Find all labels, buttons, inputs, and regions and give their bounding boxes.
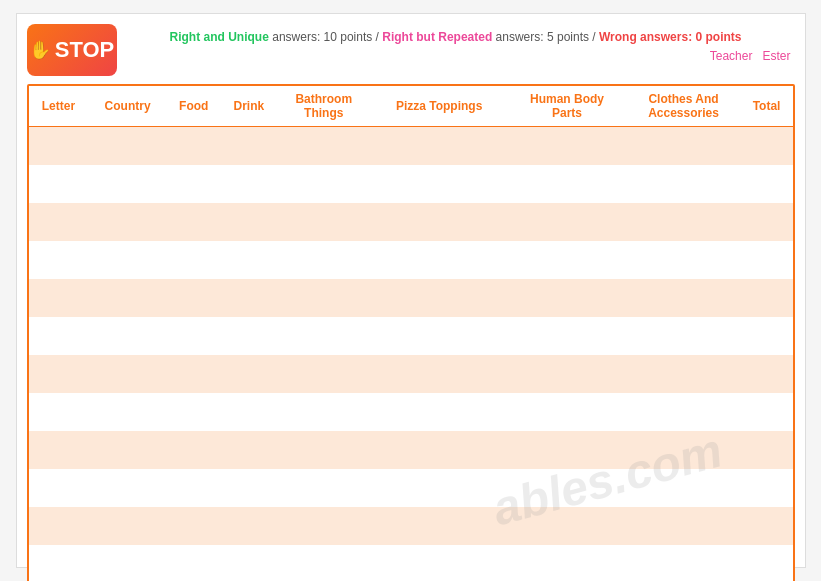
- main-table-wrapper: Letter Country Food Drink BathroomThings…: [27, 84, 795, 581]
- table-body: [29, 127, 793, 582]
- col-drink: Drink: [221, 86, 277, 127]
- table-header: Letter Country Food Drink BathroomThings…: [29, 86, 793, 127]
- page: ✋ STOP Right and Unique answers: 10 poin…: [16, 13, 806, 568]
- logo: ✋ STOP: [27, 24, 117, 76]
- col-bathroom: BathroomThings: [277, 86, 371, 127]
- table-row: [29, 317, 793, 355]
- logo-text: STOP: [55, 37, 115, 63]
- col-food: Food: [167, 86, 221, 127]
- table-row: [29, 431, 793, 469]
- table-row: [29, 127, 793, 165]
- scoring-text-2: answers: 5 points /: [496, 30, 599, 44]
- scoring-line-1: Right and Unique answers: 10 points / Ri…: [117, 28, 795, 47]
- teacher-name: Ester: [762, 49, 790, 63]
- scoring-text-1: answers: 10 points /: [272, 30, 382, 44]
- right-unique-label: Right and Unique: [170, 30, 269, 44]
- col-country: Country: [88, 86, 166, 127]
- wrong-answers-label: Wrong answers: 0 points: [599, 30, 741, 44]
- table-row: [29, 507, 793, 545]
- col-pizza: Pizza Toppings: [371, 86, 508, 127]
- col-total: Total: [741, 86, 793, 127]
- teacher-label: Teacher: [710, 49, 753, 63]
- col-letter: Letter: [29, 86, 89, 127]
- col-clothes: Clothes AndAccessories: [626, 86, 740, 127]
- right-repeated-label: Right but Repeated: [382, 30, 492, 44]
- teacher-line: Teacher Ester: [117, 47, 795, 66]
- header-row: Letter Country Food Drink BathroomThings…: [29, 86, 793, 127]
- table-row: [29, 203, 793, 241]
- table-row: [29, 545, 793, 582]
- table-row: [29, 355, 793, 393]
- table-row: [29, 279, 793, 317]
- scoring-section: Right and Unique answers: 10 points / Ri…: [117, 24, 795, 66]
- col-body: Human BodyParts: [508, 86, 627, 127]
- table-row: [29, 393, 793, 431]
- table-row: [29, 241, 793, 279]
- main-table: Letter Country Food Drink BathroomThings…: [29, 86, 793, 581]
- logo-hand-icon: ✋: [29, 39, 51, 61]
- table-row: [29, 165, 793, 203]
- table-row: [29, 469, 793, 507]
- header: ✋ STOP Right and Unique answers: 10 poin…: [27, 24, 795, 76]
